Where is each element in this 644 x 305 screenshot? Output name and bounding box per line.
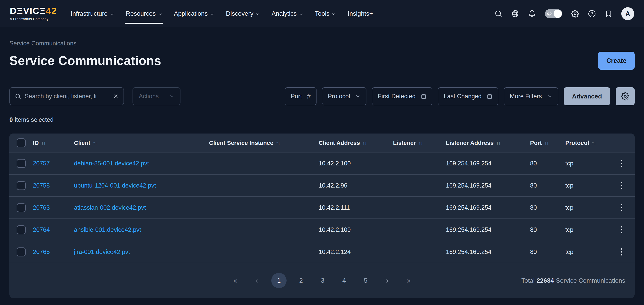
- bookmark-icon[interactable]: [605, 10, 612, 18]
- row-checkbox[interactable]: [17, 181, 26, 190]
- column-header-client[interactable]: Client↑↓: [74, 140, 209, 146]
- sort-icon[interactable]: ↑↓: [418, 140, 422, 146]
- pagination-last-button[interactable]: »: [402, 273, 416, 288]
- main-menu: Infrastructure Resources Applications Di…: [71, 0, 373, 27]
- clear-search-icon[interactable]: [113, 94, 119, 99]
- row-actions-kebab-icon[interactable]: [618, 158, 624, 169]
- sort-icon[interactable]: ↑↓: [41, 140, 46, 146]
- row-id-link[interactable]: 20758: [33, 182, 50, 189]
- row-id-link[interactable]: 20764: [33, 226, 50, 233]
- filter-last-changed[interactable]: Last Changed: [438, 87, 498, 105]
- toggle-knob: [554, 10, 562, 18]
- row-client-link[interactable]: atlassian-002.device42.pvt: [74, 204, 146, 211]
- chevron-down-icon: [332, 12, 336, 16]
- row-id-link[interactable]: 20765: [33, 248, 50, 255]
- chevron-down-icon: [169, 94, 174, 99]
- pager: « ‹ 1 2 3 4 5 › »: [228, 273, 416, 288]
- filter-protocol[interactable]: Protocol: [322, 87, 367, 105]
- sort-icon[interactable]: ↑↓: [362, 140, 367, 146]
- sort-icon[interactable]: ↑↓: [544, 140, 548, 146]
- pagination-first-button[interactable]: «: [228, 273, 242, 288]
- row-client-link[interactable]: jira-001.device42.pvt: [74, 248, 130, 255]
- sort-icon[interactable]: ↑↓: [276, 140, 280, 146]
- pagination-page-3[interactable]: 3: [316, 273, 330, 288]
- notifications-bell-icon[interactable]: [528, 10, 536, 18]
- brand-suffix: 42: [46, 6, 57, 16]
- column-header-client-address[interactable]: Client Address↑↓: [319, 140, 393, 146]
- pagination-page-5[interactable]: 5: [358, 273, 373, 288]
- table-row: 20763 atlassian-002.device42.pvt 10.42.2…: [10, 196, 634, 218]
- sort-icon[interactable]: ↑↓: [592, 140, 596, 146]
- row-port: 80: [530, 226, 565, 233]
- top-nav: DΞVICΞ42 A Freshworks Company Infrastruc…: [0, 0, 644, 28]
- theme-toggle[interactable]: [545, 9, 562, 18]
- actions-dropdown[interactable]: Actions: [132, 87, 180, 105]
- nav-item-applications[interactable]: Applications: [174, 0, 214, 27]
- brand-logo[interactable]: DΞVICΞ42 A Freshworks Company: [10, 6, 57, 21]
- select-all-checkbox[interactable]: [17, 138, 26, 148]
- globe-icon[interactable]: [511, 10, 519, 18]
- row-checkbox[interactable]: [17, 159, 26, 168]
- help-icon[interactable]: [588, 10, 596, 18]
- row-id-link[interactable]: 20763: [33, 204, 50, 211]
- row-checkbox-cell: [10, 225, 33, 234]
- sort-icon[interactable]: ↑↓: [496, 140, 500, 146]
- search-input[interactable]: [25, 93, 110, 100]
- column-label: Port: [530, 140, 542, 146]
- nav-item-insights[interactable]: Insights+: [348, 0, 373, 27]
- table-settings-button[interactable]: [616, 87, 634, 105]
- advanced-button[interactable]: Advanced: [564, 87, 610, 105]
- search-icon[interactable]: [494, 10, 502, 18]
- row-listener-address: 169.254.169.254: [446, 226, 530, 233]
- pagination-prev-button[interactable]: ‹: [250, 273, 264, 288]
- settings-gear-icon[interactable]: [571, 10, 579, 18]
- brand-wordmark: DΞVICΞ42: [10, 6, 57, 15]
- filter-first-detected[interactable]: First Detected: [372, 87, 432, 105]
- nav-item-discovery[interactable]: Discovery: [226, 0, 260, 27]
- nav-item-resources[interactable]: Resources: [126, 0, 162, 27]
- row-actions-kebab-icon[interactable]: [618, 180, 624, 192]
- chevron-down-icon: [256, 12, 260, 16]
- user-avatar[interactable]: A: [621, 7, 634, 20]
- row-protocol: tcp: [565, 204, 608, 211]
- calendar-icon: [486, 94, 492, 99]
- selection-count: 0: [10, 116, 13, 123]
- row-checkbox[interactable]: [17, 203, 26, 212]
- total-count: 22684: [536, 277, 554, 284]
- create-button[interactable]: Create: [598, 52, 634, 70]
- row-checkbox-cell: [10, 203, 33, 212]
- breadcrumb[interactable]: Service Communications: [10, 40, 634, 47]
- row-client-link[interactable]: ubuntu-1204-001.device42.pvt: [74, 182, 156, 189]
- column-header-port[interactable]: Port↑↓: [530, 140, 565, 146]
- header-checkbox-cell: [10, 138, 33, 148]
- column-header-listener-address[interactable]: Listener Address↑↓: [446, 140, 530, 146]
- row-checkbox[interactable]: [17, 248, 26, 256]
- row-checkbox[interactable]: [17, 225, 26, 234]
- pagination-page-4[interactable]: 4: [337, 273, 351, 288]
- pagination-page-1[interactable]: 1: [271, 273, 286, 288]
- row-actions-kebab-icon[interactable]: [618, 202, 624, 214]
- nav-item-analytics[interactable]: Analytics: [272, 0, 303, 27]
- filter-port[interactable]: Port #: [285, 87, 316, 105]
- column-header-listener[interactable]: Listener↑↓: [393, 140, 446, 146]
- column-header-protocol[interactable]: Protocol↑↓: [565, 140, 608, 146]
- pagination-page-2[interactable]: 2: [294, 273, 308, 288]
- nav-item-infrastructure[interactable]: Infrastructure: [71, 0, 114, 27]
- total-suffix: Service Communications: [556, 277, 625, 284]
- nav-item-label: Resources: [126, 10, 156, 17]
- row-id-link[interactable]: 20757: [33, 160, 50, 167]
- row-actions-kebab-icon[interactable]: [618, 224, 624, 236]
- row-checkbox-cell: [10, 248, 33, 256]
- row-client-link[interactable]: debian-85-001.device42.pvt: [74, 160, 149, 167]
- pagination-next-button[interactable]: ›: [380, 273, 394, 288]
- nav-item-tools[interactable]: Tools: [315, 0, 336, 27]
- sort-icon[interactable]: ↑↓: [93, 140, 97, 146]
- main-content: Service Communications Service Communica…: [0, 40, 644, 298]
- row-client-link[interactable]: ansible-001.device42.pvt: [74, 226, 141, 233]
- row-protocol: tcp: [565, 160, 608, 167]
- column-header-id[interactable]: ID↑↓: [33, 140, 74, 146]
- column-header-client-service-instance[interactable]: Client Service Instance↑↓: [209, 140, 319, 146]
- more-filters-dropdown[interactable]: More Filters: [504, 87, 558, 105]
- row-protocol: tcp: [565, 226, 608, 233]
- row-actions-kebab-icon[interactable]: [618, 246, 624, 258]
